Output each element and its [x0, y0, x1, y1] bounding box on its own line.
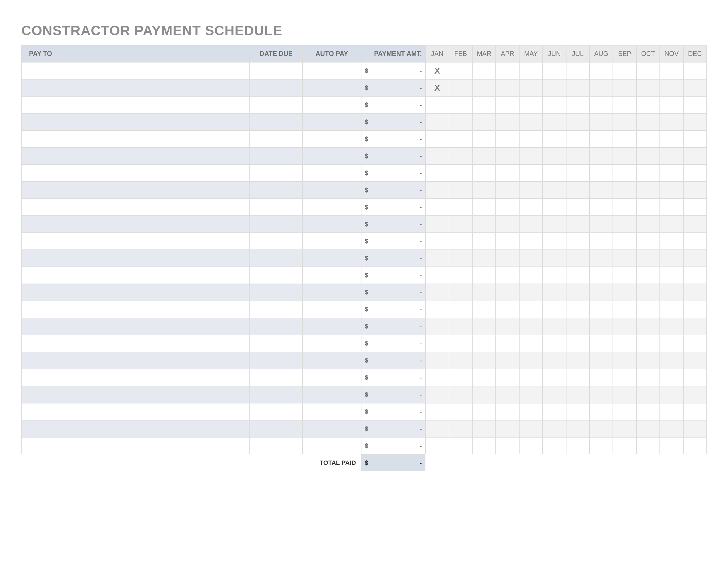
month-cell[interactable] [449, 267, 472, 284]
month-cell[interactable] [472, 403, 496, 420]
month-cell[interactable] [449, 199, 472, 216]
month-cell[interactable] [590, 386, 613, 403]
month-cell[interactable] [496, 301, 519, 318]
month-cell[interactable] [660, 437, 683, 454]
month-cell[interactable] [543, 301, 566, 318]
month-cell[interactable] [472, 148, 496, 165]
payment-amount-cell[interactable]: $- [361, 79, 426, 96]
date-due-cell[interactable] [250, 420, 302, 437]
month-cell[interactable] [519, 267, 543, 284]
month-cell[interactable] [660, 113, 683, 130]
month-cell[interactable]: X [425, 79, 449, 96]
month-cell[interactable] [449, 369, 472, 386]
pay-to-cell[interactable] [21, 182, 250, 199]
month-cell[interactable] [425, 233, 449, 250]
month-cell[interactable] [472, 96, 496, 113]
auto-pay-cell[interactable] [303, 386, 361, 403]
month-cell[interactable] [683, 216, 707, 233]
month-cell[interactable] [449, 96, 472, 113]
month-cell[interactable] [449, 352, 472, 369]
month-cell[interactable] [449, 165, 472, 182]
month-cell[interactable] [660, 216, 683, 233]
month-cell[interactable] [425, 335, 449, 352]
month-cell[interactable] [496, 284, 519, 301]
month-cell[interactable] [543, 369, 566, 386]
month-cell[interactable] [519, 113, 543, 130]
month-cell[interactable] [683, 250, 707, 267]
payment-amount-cell[interactable]: $- [361, 369, 426, 386]
month-cell[interactable] [613, 318, 636, 335]
payment-amount-cell[interactable]: $- [361, 233, 426, 250]
month-cell[interactable] [519, 199, 543, 216]
month-cell[interactable] [472, 352, 496, 369]
month-cell[interactable] [566, 165, 590, 182]
month-cell[interactable] [496, 182, 519, 199]
month-cell[interactable] [683, 318, 707, 335]
pay-to-cell[interactable] [21, 369, 250, 386]
month-cell[interactable] [472, 318, 496, 335]
month-cell[interactable] [496, 369, 519, 386]
month-cell[interactable] [590, 284, 613, 301]
month-cell[interactable] [449, 250, 472, 267]
month-cell[interactable] [472, 62, 496, 79]
month-cell[interactable] [566, 301, 590, 318]
month-cell[interactable] [449, 403, 472, 420]
month-cell[interactable] [496, 113, 519, 130]
date-due-cell[interactable] [250, 250, 302, 267]
month-cell[interactable] [543, 148, 566, 165]
month-cell[interactable] [472, 250, 496, 267]
auto-pay-cell[interactable] [303, 267, 361, 284]
auto-pay-cell[interactable] [303, 199, 361, 216]
pay-to-cell[interactable] [21, 437, 250, 454]
month-cell[interactable] [636, 216, 660, 233]
month-cell[interactable] [636, 62, 660, 79]
month-cell[interactable] [519, 148, 543, 165]
month-cell[interactable] [543, 267, 566, 284]
month-cell[interactable] [543, 233, 566, 250]
month-cell[interactable] [613, 79, 636, 96]
month-cell[interactable] [636, 386, 660, 403]
month-cell[interactable] [519, 182, 543, 199]
month-cell[interactable] [613, 301, 636, 318]
payment-amount-cell[interactable]: $- [361, 148, 426, 165]
month-cell[interactable] [660, 148, 683, 165]
month-cell[interactable] [636, 199, 660, 216]
month-cell[interactable] [519, 62, 543, 79]
payment-amount-cell[interactable]: $- [361, 199, 426, 216]
pay-to-cell[interactable] [21, 79, 250, 96]
month-cell[interactable] [496, 233, 519, 250]
pay-to-cell[interactable] [21, 165, 250, 182]
month-cell[interactable] [613, 148, 636, 165]
month-cell[interactable] [519, 301, 543, 318]
month-cell[interactable] [543, 199, 566, 216]
month-cell[interactable] [425, 113, 449, 130]
month-cell[interactable] [636, 403, 660, 420]
month-cell[interactable] [590, 79, 613, 96]
month-cell[interactable] [683, 352, 707, 369]
pay-to-cell[interactable] [21, 62, 250, 79]
month-cell[interactable] [636, 130, 660, 148]
date-due-cell[interactable] [250, 216, 302, 233]
month-cell[interactable] [425, 437, 449, 454]
auto-pay-cell[interactable] [303, 113, 361, 130]
month-cell[interactable] [566, 250, 590, 267]
month-cell[interactable] [590, 96, 613, 113]
month-cell[interactable] [660, 403, 683, 420]
month-cell[interactable] [660, 96, 683, 113]
payment-amount-cell[interactable]: $- [361, 130, 426, 148]
month-cell[interactable] [543, 182, 566, 199]
month-cell[interactable] [683, 62, 707, 79]
month-cell[interactable] [613, 352, 636, 369]
date-due-cell[interactable] [250, 62, 302, 79]
month-cell[interactable] [566, 216, 590, 233]
month-cell[interactable] [519, 250, 543, 267]
month-cell[interactable] [683, 79, 707, 96]
month-cell[interactable]: X [425, 62, 449, 79]
auto-pay-cell[interactable] [303, 301, 361, 318]
payment-amount-cell[interactable]: $- [361, 165, 426, 182]
date-due-cell[interactable] [250, 335, 302, 352]
month-cell[interactable] [566, 130, 590, 148]
auto-pay-cell[interactable] [303, 420, 361, 437]
month-cell[interactable] [472, 216, 496, 233]
month-cell[interactable] [543, 335, 566, 352]
